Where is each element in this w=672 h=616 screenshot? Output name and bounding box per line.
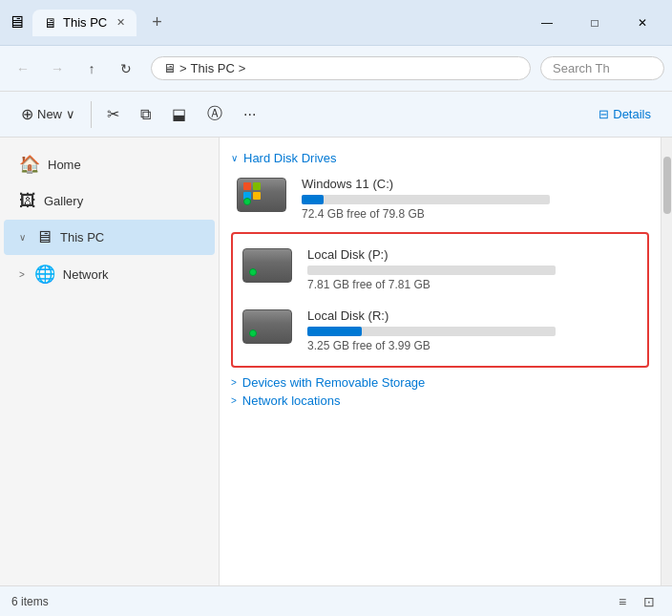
hdd-body-c bbox=[237, 178, 286, 212]
hard-disk-section-header[interactable]: ∨ Hard Disk Drives bbox=[231, 151, 649, 165]
details-label: Details bbox=[613, 107, 651, 121]
more-button[interactable]: ··· bbox=[234, 101, 265, 128]
drive-bar-bg-p bbox=[307, 266, 556, 275]
breadcrumb-pc-icon: 🖥 bbox=[163, 61, 176, 75]
main-area: 🏠 Home 🖼 Gallery ∨ 🖥 This PC > 🌐 Network… bbox=[0, 138, 672, 585]
hdd-light-r bbox=[249, 329, 257, 337]
network-chevron: > bbox=[19, 269, 25, 280]
hdd-light-p bbox=[249, 268, 257, 276]
paste-button[interactable]: ⬓ bbox=[162, 100, 196, 128]
breadcrumb[interactable]: 🖥 > This PC > bbox=[151, 56, 531, 80]
list-view-button[interactable]: ≡ bbox=[611, 590, 634, 613]
breadcrumb-sep: > bbox=[179, 61, 187, 75]
details-icon: ⊟ bbox=[598, 107, 609, 121]
copy-icon: ⧉ bbox=[140, 106, 151, 123]
new-icon: ⊕ bbox=[21, 105, 33, 123]
scrollbar-thumb[interactable] bbox=[663, 157, 671, 214]
hard-disk-label: Hard Disk Drives bbox=[243, 151, 337, 165]
removable-label: Devices with Removable Storage bbox=[242, 375, 425, 390]
tab-close-button[interactable]: ✕ bbox=[116, 16, 125, 29]
tab-title: This PC bbox=[63, 15, 107, 30]
drive-icon-c bbox=[237, 178, 290, 220]
new-button[interactable]: ⊕ New ∨ bbox=[11, 100, 85, 128]
navigation-bar: ← → ↑ ↻ 🖥 > This PC > Search Th bbox=[0, 46, 672, 92]
breadcrumb-location: This PC bbox=[191, 61, 235, 75]
toolbar: ⊕ New ∨ ✂ ⧉ ⬓ Ⓐ ··· ⊟ Details bbox=[0, 92, 672, 138]
network-loc-chevron: > bbox=[231, 395, 237, 406]
paste-icon: ⬓ bbox=[172, 105, 186, 123]
forward-button[interactable]: → bbox=[42, 53, 73, 84]
drive-icon-p bbox=[242, 248, 296, 290]
sidebar-item-network[interactable]: > 🌐 Network bbox=[4, 256, 215, 292]
sidebar-label-network: Network bbox=[63, 267, 109, 282]
sidebar: 🏠 Home 🖼 Gallery ∨ 🖥 This PC > 🌐 Network bbox=[0, 138, 220, 585]
content-panel: ∨ Hard Disk Drives Windows 11 (C:) bbox=[220, 138, 661, 585]
this-pc-icon: 🖥 bbox=[35, 227, 52, 247]
home-icon: 🏠 bbox=[19, 154, 40, 175]
rename-button[interactable]: Ⓐ bbox=[198, 99, 232, 129]
breadcrumb-sep2: > bbox=[239, 61, 246, 75]
drive-item-r[interactable]: Local Disk (R:) 3.25 GB free of 3.99 GB bbox=[237, 301, 643, 360]
title-bar-left: 🖥 🖥 This PC ✕ + bbox=[8, 9, 525, 36]
grid-view-button[interactable]: ⊡ bbox=[638, 590, 661, 613]
minimize-button[interactable]: — bbox=[525, 8, 569, 38]
hdd-light-c bbox=[243, 198, 251, 205]
search-input[interactable]: Search Th bbox=[540, 56, 664, 80]
cut-button[interactable]: ✂ bbox=[97, 100, 129, 128]
drive-bar-bg-r bbox=[307, 327, 556, 336]
title-bar-controls: — □ ✕ bbox=[525, 8, 664, 38]
sidebar-label-gallery: Gallery bbox=[44, 194, 83, 208]
up-button[interactable]: ↑ bbox=[76, 53, 107, 84]
drive-icon-r bbox=[242, 309, 296, 351]
this-pc-chevron: ∨ bbox=[19, 232, 26, 243]
sidebar-item-gallery[interactable]: 🖼 Gallery bbox=[4, 183, 215, 219]
drive-item-c[interactable]: Windows 11 (C:) 72.4 GB free of 79.8 GB bbox=[231, 169, 649, 228]
scrollbar[interactable] bbox=[661, 138, 672, 585]
drive-bar-bg-c bbox=[302, 195, 550, 204]
hard-disk-chevron: ∨ bbox=[231, 153, 238, 163]
network-section-header[interactable]: > Network locations bbox=[231, 393, 649, 408]
status-bar-right: ≡ ⊡ bbox=[611, 590, 661, 613]
toolbar-separator-1 bbox=[91, 101, 92, 128]
copy-button[interactable]: ⧉ bbox=[131, 101, 160, 128]
removable-section-header[interactable]: > Devices with Removable Storage bbox=[231, 375, 649, 390]
hdd-body-p bbox=[242, 248, 292, 283]
sidebar-label-this-pc: This PC bbox=[60, 230, 104, 244]
cut-icon: ✂ bbox=[107, 105, 119, 123]
up-icon: ↑ bbox=[89, 61, 95, 76]
hdd-body-r bbox=[242, 309, 292, 344]
new-chevron: ∨ bbox=[66, 107, 75, 121]
drive-info-p: Local Disk (P:) 7.81 GB free of 7.81 GB bbox=[307, 247, 638, 291]
selected-drives-box: Local Disk (P:) 7.81 GB free of 7.81 GB … bbox=[231, 232, 649, 368]
drive-info-c: Windows 11 (C:) 72.4 GB free of 79.8 GB bbox=[302, 177, 643, 221]
forward-icon: → bbox=[51, 61, 64, 76]
tab-icon: 🖥 bbox=[44, 15, 57, 31]
close-button[interactable]: ✕ bbox=[620, 8, 664, 38]
sidebar-item-home[interactable]: 🏠 Home bbox=[4, 146, 215, 182]
drive-name-r: Local Disk (R:) bbox=[307, 308, 638, 323]
rename-icon: Ⓐ bbox=[207, 104, 222, 124]
drive-name-p: Local Disk (P:) bbox=[307, 247, 638, 262]
drive-bar-fill-r bbox=[307, 327, 362, 336]
drive-item-p[interactable]: Local Disk (P:) 7.81 GB free of 7.81 GB bbox=[237, 240, 643, 299]
drive-space-r: 3.25 GB free of 3.99 GB bbox=[307, 339, 638, 352]
sidebar-item-this-pc[interactable]: ∨ 🖥 This PC bbox=[4, 220, 215, 255]
search-placeholder: Search Th bbox=[553, 61, 610, 75]
drive-space-c: 72.4 GB free of 79.8 GB bbox=[302, 207, 643, 221]
refresh-button[interactable]: ↻ bbox=[111, 53, 141, 84]
back-button[interactable]: ← bbox=[8, 53, 38, 84]
removable-chevron: > bbox=[231, 377, 237, 388]
window-icon: 🖥 bbox=[8, 12, 25, 32]
maximize-button[interactable]: □ bbox=[573, 8, 617, 38]
new-tab-button[interactable]: + bbox=[144, 9, 170, 36]
gallery-icon: 🖼 bbox=[19, 191, 36, 211]
drive-bar-fill-c bbox=[302, 195, 324, 204]
drive-name-c: Windows 11 (C:) bbox=[302, 177, 643, 191]
details-button[interactable]: ⊟ Details bbox=[589, 102, 661, 126]
refresh-icon: ↻ bbox=[120, 61, 132, 76]
drive-info-r: Local Disk (R:) 3.25 GB free of 3.99 GB bbox=[307, 308, 638, 352]
network-loc-label: Network locations bbox=[242, 393, 341, 408]
new-label: New bbox=[37, 107, 62, 121]
network-icon: 🌐 bbox=[34, 264, 55, 285]
tab-this-pc[interactable]: 🖥 This PC ✕ bbox=[32, 10, 136, 36]
